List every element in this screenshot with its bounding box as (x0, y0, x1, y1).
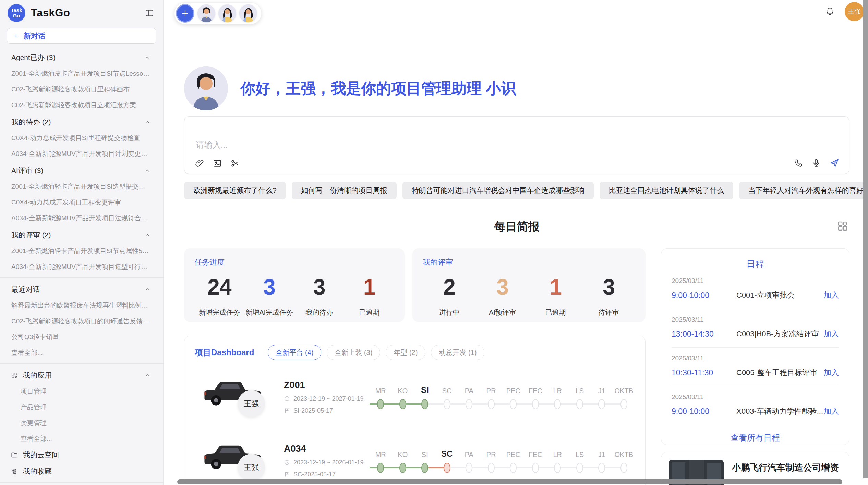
sidebar-item[interactable]: C02-飞腾新能源轻客改款项目里程碑画布 (0, 82, 163, 97)
sidebar-item[interactable]: Z001-全新燃油皮卡产品开发项目SI节点Lesson Learn报告 (0, 66, 163, 82)
horizontal-scrollbar[interactable] (177, 479, 842, 484)
milestone-dot[interactable] (377, 399, 384, 409)
milestone-dot[interactable] (444, 463, 450, 473)
milestone-dot[interactable] (399, 463, 406, 473)
attachment-icon[interactable] (195, 159, 204, 168)
suggestion-chip[interactable]: 如何写一份清晰的项目周报 (292, 182, 397, 199)
milestone-dot[interactable] (510, 463, 517, 473)
suggestion-chip[interactable]: 特朗普可能对进口汽车增税会对中国车企造成哪些影响 (402, 182, 594, 199)
notification-bell-icon[interactable] (825, 7, 835, 17)
sidebar-item[interactable]: A034-全新新能源MUV产品开发项目造型可行性评审 (0, 259, 163, 275)
suggestion-chip[interactable]: 当下年轻人对汽车外观有怎样的喜好趋势 (739, 182, 868, 199)
schedule-name: C001-立项审批会 (728, 290, 824, 300)
project-row[interactable]: 王强 A034 2023-12-19 ~ 2026-01-19 SC-2025-… (195, 434, 635, 485)
image-icon[interactable] (213, 159, 222, 168)
sidebar-section-header[interactable]: 最近对话 (0, 281, 163, 298)
apps-grid-icon (11, 372, 18, 379)
vertical-scrollbar[interactable] (863, 0, 868, 478)
view-all-schedule-link[interactable]: 查看所有日程 (672, 432, 839, 443)
suggestion-chip[interactable]: 欧洲新规最近颁布了什么? (184, 182, 286, 199)
milestone-dot[interactable] (421, 463, 428, 473)
sidebar-item[interactable]: C0X4-动力总成开发项目工程变更评审 (0, 195, 163, 210)
milestone-dot[interactable] (620, 463, 627, 473)
scissors-icon[interactable] (230, 159, 240, 168)
daily-briefing-title: 每日简报 (184, 219, 849, 235)
member-avatar[interactable] (239, 4, 257, 22)
milestone-dot[interactable] (399, 399, 406, 409)
join-meeting-link[interactable]: 加入 (824, 368, 839, 378)
sidebar-section-header[interactable]: AI评审 (3) (0, 162, 163, 179)
sidebar-app-item[interactable]: 项目管理 (0, 384, 163, 399)
dashboard-tab[interactable]: 全新上装 (3) (327, 345, 380, 360)
clock-icon (284, 396, 290, 402)
member-avatar[interactable] (197, 4, 215, 22)
dashboard-tab[interactable]: 年型 (2) (386, 345, 425, 360)
join-meeting-link[interactable]: 加入 (824, 329, 839, 339)
milestone-dot[interactable] (598, 463, 605, 473)
stat-label: 待评审 (582, 308, 635, 317)
user-avatar[interactable]: 王强 (845, 2, 864, 21)
sidebar-item[interactable]: 查看全部... (0, 345, 163, 361)
milestone-dot[interactable] (554, 399, 561, 409)
chevron-up-icon[interactable] (144, 167, 151, 174)
sidebar-item-my-favorites[interactable]: 我的收藏 (0, 463, 163, 480)
join-meeting-link[interactable]: 加入 (824, 290, 839, 300)
sidebar-item[interactable]: C02-飞腾新能源轻客改款项目的闭环通告反馈情况 (0, 313, 163, 329)
chat-input-box[interactable]: 请输入... (184, 116, 849, 174)
milestone-dot[interactable] (444, 399, 450, 409)
milestone-dot[interactable] (466, 399, 472, 409)
milestone-dot[interactable] (488, 399, 495, 409)
milestone-dot[interactable] (510, 399, 517, 409)
sidebar-item[interactable]: 公司Q3轻卡销量 (0, 329, 163, 345)
sidebar-item[interactable]: C02-飞腾新能源轻客改款项目立项汇报方案 (0, 97, 163, 113)
phone-icon[interactable] (794, 158, 803, 168)
milestone-dot[interactable] (421, 399, 428, 409)
dashboard-tab[interactable]: 动总开发 (1) (431, 345, 484, 360)
suggestion-chip[interactable]: 比亚迪全固态电池计划具体说了什么 (600, 182, 733, 199)
join-meeting-link[interactable]: 加入 (824, 406, 839, 416)
chevron-up-icon[interactable] (144, 54, 151, 61)
sidebar-item-my-cloud[interactable]: 我的云空间 (0, 447, 163, 463)
sidebar-section-header[interactable]: 我的评审 (2) (0, 226, 163, 243)
project-dates: 2023-12-19 ~ 2026-01-19 (293, 459, 364, 466)
sidebar-item[interactable]: 解释最新出台的欧盟报废车法规再生塑料比例被调至15%... (0, 298, 163, 313)
sidebar-item[interactable]: Z001-全新燃油轻卡产品开发项目SI节点属性5D文件评审 (0, 243, 163, 259)
sidebar-section-header[interactable]: Agent已办 (3) (0, 49, 163, 66)
sidebar-app-item[interactable]: 查看全部... (0, 431, 163, 447)
stat-card-title: 我的评审 (423, 257, 635, 268)
milestone-dot[interactable] (598, 399, 605, 409)
chevron-up-icon[interactable] (144, 119, 151, 125)
milestone-dot[interactable] (532, 463, 539, 473)
milestone-dot[interactable] (377, 463, 384, 473)
collapse-sidebar-icon[interactable] (145, 8, 154, 18)
milestone-dot[interactable] (554, 463, 561, 473)
microphone-icon[interactable] (811, 158, 821, 168)
sidebar-section: 我的待办 (2) C0X4-动力总成开发项目SI里程碑提交物检查A034-全新新… (0, 113, 163, 162)
sidebar-item[interactable]: A034-全新新能源MUV产品开发项目计划变更表编写 (0, 146, 163, 162)
sidebar-app-item[interactable]: 产品管理 (0, 399, 163, 415)
milestone-dot[interactable] (488, 463, 495, 473)
dashboard-tab[interactable]: 全新平台 (4) (268, 345, 321, 360)
chevron-up-icon[interactable] (144, 232, 151, 238)
send-icon[interactable] (829, 158, 840, 168)
milestone-dot[interactable] (466, 463, 472, 473)
sidebar-item-my-apps[interactable]: 我的应用 (0, 366, 163, 384)
milestone-dot[interactable] (576, 463, 583, 473)
sidebar-app-item[interactable]: 变更管理 (0, 415, 163, 431)
chevron-up-icon[interactable] (144, 372, 151, 379)
stat-label: 新增完成任务 (194, 308, 244, 317)
member-avatar[interactable] (218, 4, 236, 22)
new-chat-button[interactable]: 新对话 (7, 28, 156, 44)
project-row[interactable]: 王强 Z001 2023-12-19 ~ 2027-01-19 SI-2025-… (195, 370, 635, 424)
layout-grid-icon[interactable] (836, 220, 849, 232)
chevron-up-icon[interactable] (144, 286, 151, 293)
milestone-dot[interactable] (532, 399, 539, 409)
sidebar-section-header[interactable]: 我的待办 (2) (0, 113, 163, 130)
add-member-button[interactable] (176, 4, 194, 23)
sidebar-item[interactable]: A034-全新新能源MUV产品开发项目法规符合性评审 (0, 210, 163, 226)
milestone-dot[interactable] (576, 399, 583, 409)
milestone-dot[interactable] (620, 399, 627, 409)
team-member-pill (174, 2, 262, 24)
sidebar-item[interactable]: Z001-全新燃油轻卡产品开发项目SI造型提交物评审 (0, 179, 163, 195)
sidebar-item[interactable]: C0X4-动力总成开发项目SI里程碑提交物检查 (0, 130, 163, 146)
